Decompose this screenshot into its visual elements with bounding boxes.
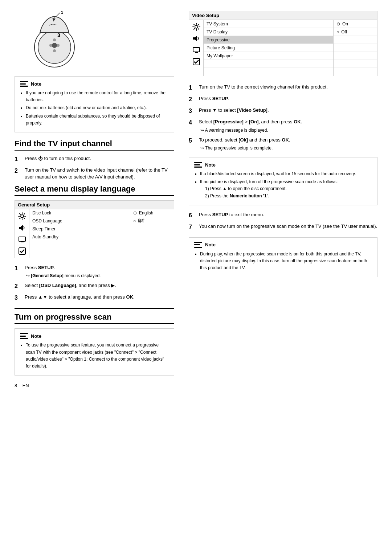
- svg-point-6: [57, 44, 60, 47]
- svg-text:1: 1: [61, 11, 63, 15]
- radio-empty-1: [133, 218, 136, 223]
- general-setup-table: General Setup: [15, 200, 174, 258]
- menu-row-empty2: [29, 249, 130, 257]
- video-setup-header: Video Setup: [189, 11, 377, 20]
- video-values-col: On Off: [334, 20, 377, 76]
- divider-progressive: [15, 308, 174, 309]
- progressive-note-header: Note: [20, 333, 169, 339]
- svg-point-5: [49, 44, 52, 47]
- note-header: Note: [20, 81, 169, 87]
- menu-row-disc-lock: Disc Lock: [29, 209, 130, 217]
- progressive-bracket: [Progressive]: [213, 119, 244, 124]
- right-step-1: 1 Turn on the TV to the correct viewing …: [189, 83, 377, 92]
- note2-box: Note If a blank/distorted screen is disp…: [189, 157, 377, 205]
- svg-point-8: [53, 38, 56, 41]
- val-row-2: हिंदी: [130, 217, 174, 225]
- remote-note-box: Note If you are not going to use the rem…: [15, 76, 174, 132]
- right-column: Video Setup: [189, 11, 377, 388]
- lang-step-1: 1 Press SETUP. [General Setup] menu is d…: [15, 264, 174, 279]
- note-title: Note: [31, 81, 41, 87]
- val-row-3: [130, 225, 174, 233]
- video-menu-empty1: [204, 60, 333, 68]
- svg-point-16: [195, 25, 198, 28]
- setup-bold-1: SETUP: [38, 265, 54, 270]
- right-steps-1-5: 1 Turn on the TV to the correct viewing …: [189, 83, 377, 151]
- svg-rect-11: [19, 227, 21, 229]
- right-steps-6-7: 6 Press SETUP to exit the menu. 7 You ca…: [189, 211, 377, 231]
- right-step-5: 5 To proceed, select [Ok] and then press…: [189, 136, 377, 152]
- note2-num-2: 2) Press the Numeric button '1'.: [205, 193, 372, 200]
- val-english: English: [139, 210, 153, 216]
- note3-header: Note: [194, 242, 372, 248]
- find-tv-step-2: 2 Turn on the TV and switch to the video…: [15, 167, 174, 181]
- radio-filled-1: [133, 210, 137, 216]
- progressive-note-list: To use the progressive scan feature, you…: [20, 342, 169, 370]
- ok-bold-1: OK: [126, 294, 133, 300]
- step1-sub: [General Setup] menu is displayed.: [26, 272, 101, 279]
- screen-icon: [17, 234, 28, 245]
- gear-icon: [17, 211, 28, 222]
- video-menu-empty2: [204, 68, 333, 76]
- menu-row-auto-standby: Auto Standby: [29, 233, 130, 241]
- video-menu-tv-display: TV Display: [204, 28, 333, 36]
- general-setup-body: Disc Lock OSD Language Sleep Timer Auto …: [15, 209, 174, 258]
- svg-rect-12: [19, 237, 25, 241]
- video-val-off: Off: [334, 28, 377, 36]
- svg-point-9: [52, 43, 57, 48]
- note-bullet-3: Batteries contain chemical substances, s…: [26, 113, 169, 127]
- val-row-6: [130, 249, 174, 257]
- find-tv-step-1: 1 Press ⏻ to turn on this product.: [15, 155, 174, 164]
- progressive-note-icon: [20, 333, 28, 339]
- video-menu-progressive: Progressive: [204, 36, 333, 44]
- video-val-7: [334, 68, 377, 76]
- right-step-7: 7 You can now turn on the progressive sc…: [189, 223, 377, 231]
- progressive-scan-heading: Turn on progressive scan: [15, 312, 174, 324]
- note-bullet-2: Do not mix batteries (old and new or car…: [26, 104, 169, 111]
- note2-title: Note: [205, 162, 216, 168]
- right-step-4: 4 Select [Progressive] > [On], and then …: [189, 118, 377, 134]
- svg-rect-17: [193, 37, 195, 40]
- svg-line-2: [56, 13, 60, 16]
- note2-icon: [194, 162, 202, 168]
- svg-text:3: 3: [57, 32, 60, 38]
- right-step-2: 2 Press SETUP.: [189, 95, 377, 104]
- note-icon: [20, 81, 28, 87]
- note2-num-1: 1) Press ▲ to open the disc compartment.: [205, 185, 372, 192]
- note-bullet-1: If you are not going to use the remote c…: [26, 90, 169, 103]
- on-bracket: [On]: [249, 119, 259, 124]
- note3-bullet: During play, when the progressive scan m…: [200, 251, 372, 272]
- setup-bold-2: SETUP: [212, 96, 228, 101]
- menu-row-empty1: [29, 241, 130, 249]
- numeric-bold: Numeric button '1': [230, 193, 268, 198]
- find-tv-steps: 1 Press ⏻ to turn on this product. 2 Tur…: [15, 155, 174, 181]
- video-val-6: [334, 60, 377, 68]
- lang-step-3: 3 Press ▲▼ to select a language, and the…: [15, 294, 174, 302]
- select-language-heading: Select a menu display language: [15, 184, 174, 196]
- menu-row-osd-language: OSD Language: [29, 217, 130, 225]
- video-setup-table: Video Setup: [189, 11, 377, 76]
- video-val-4: [334, 44, 377, 52]
- svg-point-7: [53, 49, 56, 52]
- val-row-5: [130, 241, 174, 249]
- video-radio-filled: [336, 21, 340, 26]
- ok-bold-2: OK: [294, 119, 301, 124]
- setup-menu-items: Disc Lock OSD Language Sleep Timer Auto …: [29, 209, 130, 258]
- note3-list: During play, when the progressive scan m…: [194, 251, 372, 272]
- osd-language-bold: [OSD Language]: [39, 283, 76, 288]
- general-setup-header: General Setup: [15, 201, 174, 209]
- note2-list: If a blank/distorted screen is displayed…: [194, 171, 372, 200]
- video-setup-bracket: [Video Setup]: [237, 107, 268, 113]
- note3-icon: [194, 242, 202, 248]
- video-gear-icon: [191, 21, 202, 32]
- video-menu-tv-system: TV System: [204, 20, 333, 28]
- video-icons-col: [189, 20, 204, 76]
- page-number: 8 EN: [15, 383, 174, 388]
- right-step-6: 6 Press SETUP to exit the menu.: [189, 211, 377, 220]
- language-steps: 1 Press SETUP. [General Setup] menu is d…: [15, 264, 174, 303]
- remote-note-list: If you are not going to use the remote c…: [20, 90, 169, 127]
- note2-numbered: 1) Press ▲ to open the disc compartment.…: [205, 185, 372, 199]
- video-menu-items: TV System TV Display Progressive Picture…: [204, 20, 334, 76]
- setup-bold-3: SETUP: [212, 212, 228, 217]
- video-check-icon: [191, 56, 202, 67]
- menu-row-sleep-timer: Sleep Timer: [29, 225, 130, 233]
